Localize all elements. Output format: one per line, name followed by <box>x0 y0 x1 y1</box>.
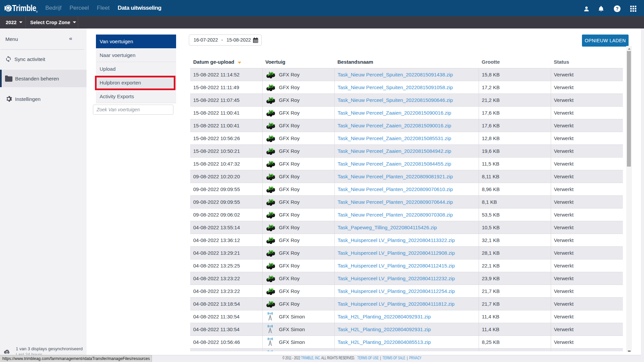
svg-text:?: ? <box>616 6 619 11</box>
